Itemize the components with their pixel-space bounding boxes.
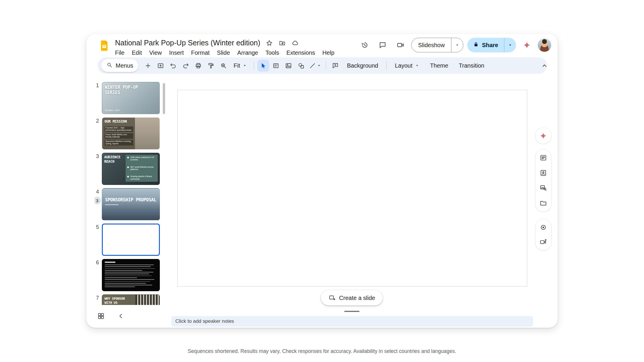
slide-3-bullet-panel: 120K active customers in 20 countries 3M… bbox=[126, 155, 158, 182]
line-icon bbox=[309, 62, 316, 69]
slide-2-title: OUR MISSION bbox=[102, 118, 160, 125]
theme-button[interactable]: Theme bbox=[425, 60, 453, 72]
view-controls bbox=[95, 310, 127, 322]
zoom-value: Fit bbox=[234, 62, 240, 69]
transition-button[interactable]: Transition bbox=[454, 60, 489, 72]
slide-number: 7 bbox=[95, 295, 100, 301]
search-icon bbox=[106, 62, 113, 70]
slide-thumbnail-1[interactable]: WINTER POP-UP SERIES Outdoor Gear bbox=[102, 82, 160, 114]
print-icon bbox=[195, 62, 202, 69]
share-dropdown[interactable] bbox=[504, 38, 516, 52]
slide-thumbnail-7[interactable]: WHY SPONSOR WITH US bbox=[102, 294, 160, 305]
comment-plus-icon bbox=[332, 62, 339, 69]
page: National Park Pop-Up Series (Winter edit… bbox=[0, 0, 644, 362]
filmstrip-scrollbar[interactable] bbox=[163, 83, 165, 114]
paint-format-button[interactable] bbox=[205, 60, 217, 72]
redo-icon bbox=[182, 62, 189, 69]
text-box-button[interactable] bbox=[270, 60, 282, 72]
zoom-select[interactable]: Fit bbox=[230, 60, 251, 72]
undo-button[interactable] bbox=[167, 60, 179, 72]
redo-button[interactable] bbox=[180, 60, 192, 72]
toolbar-divider bbox=[326, 61, 326, 70]
slide-thumbnail-2[interactable]: OUR MISSION Founded 2020 — high-performa… bbox=[102, 117, 160, 150]
meet-video-icon[interactable] bbox=[393, 38, 407, 52]
comments-icon[interactable] bbox=[376, 38, 390, 52]
menu-tools[interactable]: Tools bbox=[266, 49, 279, 56]
text-box-icon bbox=[272, 62, 280, 69]
slide-canvas[interactable] bbox=[177, 90, 527, 286]
menu-arrange[interactable]: Arrange bbox=[237, 49, 258, 56]
menu-view[interactable]: View bbox=[149, 49, 162, 56]
filmstrip-row-2: 2 OUR MISSION Founded 2020 — high-perfor… bbox=[95, 117, 167, 150]
create-slide-button[interactable]: Create a slide bbox=[321, 290, 383, 306]
menus-label: Menus bbox=[116, 62, 133, 69]
slideshow-dropdown[interactable] bbox=[451, 38, 463, 52]
side-panel-gemini bbox=[535, 128, 551, 144]
menus-search[interactable]: Menus bbox=[101, 59, 138, 72]
folder-panel-icon[interactable] bbox=[537, 197, 550, 210]
slide-7-stripe-pattern bbox=[136, 295, 160, 305]
background-button[interactable]: Background bbox=[342, 60, 383, 72]
menu-file[interactable]: File bbox=[115, 49, 124, 56]
version-history-icon[interactable] bbox=[358, 38, 372, 52]
zoom-button[interactable] bbox=[217, 60, 229, 72]
gemini-sparkle-icon[interactable] bbox=[520, 38, 534, 52]
slide-number: 4 bbox=[95, 189, 100, 195]
print-button[interactable] bbox=[192, 60, 204, 72]
gemini-panel-icon[interactable] bbox=[537, 129, 550, 142]
slideshow-button[interactable]: Slideshow bbox=[412, 38, 451, 52]
slide-4-badge: 3 bbox=[95, 197, 101, 204]
toolbar-collapse-button[interactable] bbox=[539, 60, 550, 71]
menu-extensions[interactable]: Extensions bbox=[286, 49, 315, 56]
layout-button[interactable]: Layout bbox=[390, 60, 424, 72]
insert-shape-button[interactable] bbox=[295, 60, 307, 72]
slide-thumbnail-6[interactable] bbox=[102, 259, 160, 291]
paint-roller-icon bbox=[207, 62, 215, 69]
plus-icon bbox=[144, 62, 152, 69]
star-icon[interactable] bbox=[266, 39, 273, 47]
image-search-panel-icon[interactable] bbox=[537, 181, 550, 194]
slide-thumbnail-4[interactable]: SPONSORSHIP PROPOSAL bbox=[102, 188, 160, 220]
disclaimer: Sequences shortened. Results may vary. C… bbox=[0, 348, 644, 354]
slide-thumbnail-3[interactable]: AUDIENCE REACH 120K active customers in … bbox=[102, 153, 160, 185]
slide-thumbnail-5-selected[interactable] bbox=[102, 224, 160, 256]
slide-3-bullet: 3M+ social followers across platforms bbox=[130, 166, 156, 171]
cloud-status-icon[interactable] bbox=[291, 39, 299, 47]
summarize-panel-icon[interactable] bbox=[537, 151, 550, 164]
chevron-up-icon bbox=[541, 62, 548, 69]
menu-slide[interactable]: Slide bbox=[217, 49, 230, 56]
video-record-icon[interactable] bbox=[537, 236, 550, 248]
slide-number: 1 bbox=[95, 83, 100, 89]
share-button[interactable]: Share bbox=[467, 38, 504, 52]
slide-3-bullet: 120K active customers in 20 countries bbox=[130, 156, 156, 161]
grid-view-button[interactable] bbox=[95, 310, 107, 322]
menu-format[interactable]: Format bbox=[191, 49, 210, 56]
filmstrip-row-4: 4 3 SPONSORSHIP PROPOSAL bbox=[95, 188, 167, 221]
new-slide-button[interactable] bbox=[155, 60, 167, 72]
insert-line-button[interactable] bbox=[308, 60, 323, 72]
record-icon[interactable] bbox=[537, 221, 550, 234]
speaker-notes[interactable]: Click to add speaker notes bbox=[171, 316, 533, 327]
select-tool-button[interactable] bbox=[257, 60, 269, 72]
document-title[interactable]: National Park Pop-Up Series (Winter edit… bbox=[115, 39, 260, 47]
menu-edit[interactable]: Edit bbox=[132, 49, 142, 56]
move-folder-icon[interactable] bbox=[278, 39, 286, 47]
menu-insert[interactable]: Insert bbox=[169, 49, 184, 56]
title-block: National Park Pop-Up Series (Winter edit… bbox=[115, 39, 334, 56]
menu-help[interactable]: Help bbox=[322, 49, 334, 56]
slide-3-bullet: Growing esports & fitness community bbox=[130, 175, 156, 180]
insert-image-button[interactable] bbox=[282, 60, 294, 72]
undo-icon bbox=[169, 62, 177, 69]
slides-logo-icon[interactable] bbox=[99, 40, 110, 52]
contacts-panel-icon[interactable] bbox=[537, 167, 550, 179]
notes-resize-handle[interactable] bbox=[344, 311, 359, 312]
filmstrip-row-7: 7 WHY SPONSOR WITH US bbox=[95, 294, 167, 305]
chevron-down-icon bbox=[508, 43, 513, 47]
plus-button[interactable] bbox=[142, 60, 154, 72]
slide-number: 3 bbox=[95, 153, 100, 159]
filmstrip-row-6: 6 bbox=[95, 259, 167, 292]
avatar[interactable] bbox=[538, 38, 551, 52]
slide-6-title-bar bbox=[105, 262, 115, 263]
collapse-filmstrip-button[interactable] bbox=[115, 310, 127, 322]
insert-comment-button[interactable] bbox=[329, 60, 341, 72]
